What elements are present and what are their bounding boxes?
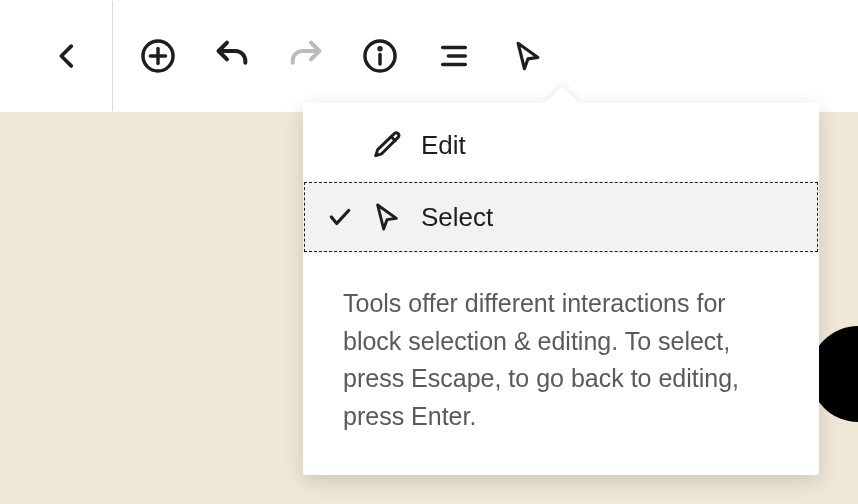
menu-item-select[interactable]: Select — [303, 181, 819, 253]
info-icon — [361, 37, 399, 75]
tools-button[interactable] — [491, 19, 565, 93]
back-button[interactable] — [30, 19, 104, 93]
pencil-icon — [371, 129, 421, 161]
editor-toolbar — [0, 0, 858, 112]
svg-point-5 — [379, 48, 381, 50]
cursor-icon — [511, 39, 545, 73]
cursor-icon — [371, 201, 421, 233]
menu-item-label: Select — [421, 202, 493, 233]
info-button[interactable] — [343, 19, 417, 93]
menu-item-label: Edit — [421, 130, 466, 161]
redo-icon — [286, 36, 326, 76]
undo-icon — [212, 36, 252, 76]
add-block-button[interactable] — [121, 19, 195, 93]
undo-button[interactable] — [195, 19, 269, 93]
plus-circle-icon — [139, 37, 177, 75]
chevron-left-icon — [50, 39, 84, 73]
toolbar-separator — [112, 1, 113, 111]
tools-dropdown: Edit Select Tools offer different intera… — [303, 103, 819, 475]
check-icon — [327, 204, 371, 230]
list-icon — [437, 39, 471, 73]
dropdown-description: Tools offer different interactions for b… — [303, 253, 819, 475]
list-view-button[interactable] — [417, 19, 491, 93]
redo-button[interactable] — [269, 19, 343, 93]
svg-line-9 — [391, 137, 395, 141]
